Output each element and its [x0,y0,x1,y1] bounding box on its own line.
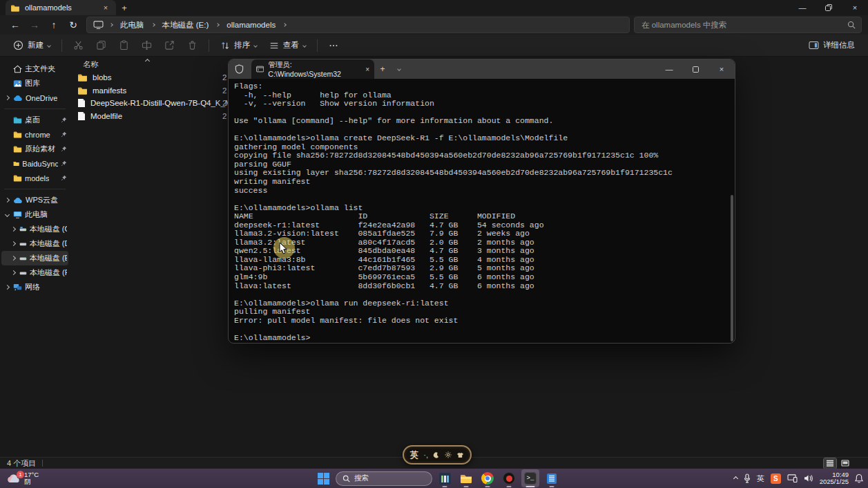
terminal-minimize-button[interactable]: — [656,59,682,79]
more-options-button[interactable] [322,37,345,55]
sidebar-item-onedrive[interactable]: OneDrive [1,91,68,105]
sidebar-item-chrome[interactable]: chrome [1,127,68,142]
sidebar-item-drive-d[interactable]: 本地磁盘 (D:) [1,236,68,251]
expand-chevron-icon[interactable] [11,270,16,275]
sidebar-item-this-pc[interactable]: 此电脑 [1,207,68,222]
explorer-command-bar: 新建 排序 查看 [0,35,868,57]
new-button[interactable]: 新建 [7,37,57,55]
new-button-label: 新建 [28,40,44,50]
breadcrumb-separator-icon [151,23,155,27]
sort-button[interactable]: 排序 [214,37,263,55]
sidebar-item-drive-f[interactable]: 本地磁盘 (F:) [1,265,68,280]
breadcrumb-current-folder[interactable]: ollamamodels [225,20,277,30]
back-button[interactable]: ← [6,17,24,33]
folder-icon [10,4,20,12]
weather-widget[interactable]: 1 17°C 阴 [0,469,46,488]
sidebar-item-baidusyncdisk[interactable]: BaiduSyncdisk [1,156,68,171]
tab-close-icon[interactable]: × [100,2,111,13]
gallery-icon [13,79,22,88]
taskbar-search-box[interactable]: 搜索 [336,471,432,486]
breadcrumb[interactable]: 此电脑 本地磁盘 (E:) ollamamodels [86,17,630,33]
ime-settings-gear-icon[interactable] [445,451,452,458]
sidebar-item-network[interactable]: 网络 [1,280,68,294]
details-view-toggle[interactable] [824,458,836,469]
terminal-maximize-button[interactable] [682,59,708,79]
details-pane-button[interactable]: 详细信息 [802,37,861,55]
cast-device-icon[interactable] [787,474,798,482]
toolbar-divider [61,39,62,52]
modified-column-partial: 2 [222,99,226,107]
forward-button[interactable]: → [26,17,44,33]
sidebar-item-drive-c[interactable]: 本地磁盘 (C:) [1,222,68,236]
details-pane-icon [809,41,819,50]
explorer-address-bar: ← → ↑ ↻ 此电脑 本地磁盘 (E:) ollamamodels [0,15,868,35]
breadcrumb-drive-e[interactable]: 本地磁盘 (E:) [161,19,211,31]
expand-chevron-icon[interactable] [11,241,16,246]
cut-button[interactable] [67,37,90,55]
taskbar-app-screen-recorder[interactable] [500,469,518,487]
ime-toolbar[interactable]: 英 ·, [403,445,472,464]
new-tab-button[interactable]: + [116,1,133,15]
sidebar-item-label: WPS云盘 [26,195,58,205]
collapse-chevron-icon[interactable] [5,212,10,217]
tray-ime-indicator[interactable]: 英 [757,473,764,484]
speaker-icon[interactable] [804,474,813,482]
expand-chevron-icon[interactable] [11,256,16,261]
taskbar-app-notebook[interactable] [543,469,561,487]
refresh-button[interactable]: ↻ [64,17,82,33]
sidebar-item-label: 原始素材 [25,144,55,154]
ime-skin-icon[interactable] [456,452,464,458]
thumbnail-view-toggle[interactable] [839,458,851,469]
terminal-scrollbar-thumb[interactable] [731,195,733,341]
sidebar-item-desktop[interactable]: 桌面 [1,113,68,127]
taskbar-clock[interactable]: 10:49 2025/1/25 [820,471,849,486]
terminal-tab-dropdown-button[interactable] [391,61,407,77]
explorer-tab[interactable]: ollamamodels × [6,0,116,15]
sidebar-item-drive-e[interactable]: 本地磁盘 (E:) [1,251,68,265]
start-button[interactable] [314,469,332,487]
terminal-content[interactable]: Flags: -h, --help help for ollama -v, --… [229,79,735,344]
terminal-new-tab-button[interactable]: + [374,61,391,77]
sidebar-item-gallery[interactable]: 图库 [1,76,68,91]
taskbar-app-terminal[interactable]: >_ [521,469,539,487]
taskbar-app-grid-utility[interactable] [436,469,454,487]
expand-chevron-icon[interactable] [5,285,10,290]
ime-halfwidth-moon-icon[interactable] [433,452,439,458]
tray-overflow-chevron-icon[interactable] [733,476,738,480]
rename-button[interactable] [135,37,158,55]
taskbar-app-chrome[interactable] [479,469,496,487]
search-input[interactable] [640,20,847,30]
expand-chevron-icon[interactable] [5,95,10,100]
name-column-label: 名称 [83,59,99,70]
terminal-tab[interactable]: 管理员: C:\Windows\System32 × [251,59,374,79]
terminal-close-button[interactable]: × [708,59,735,79]
terminal-tab-close-icon[interactable]: × [365,66,369,73]
share-button[interactable] [158,37,181,55]
minimize-button[interactable]: — [789,0,816,15]
copy-button[interactable] [90,37,113,55]
ime-language-mode[interactable]: 英 [410,449,418,461]
sogou-input-icon[interactable]: S [771,473,781,484]
chevron-down-icon [302,44,307,48]
sidebar-item-raw-materials[interactable]: 原始素材 [1,142,68,156]
delete-button[interactable] [181,37,204,55]
sidebar-item-models[interactable]: models [1,171,68,185]
expand-chevron-icon[interactable] [11,227,16,232]
notification-bell-icon[interactable] [855,473,863,483]
taskbar-app-file-explorer[interactable] [457,469,475,487]
console-icon [256,66,264,73]
breadcrumb-this-pc[interactable]: 此电脑 [119,19,146,31]
up-button[interactable]: ↑ [45,17,63,33]
paste-button[interactable] [113,37,135,55]
microphone-icon[interactable] [744,473,751,483]
ime-punctuation-icon[interactable]: ·, [423,451,428,459]
sidebar-item-wps-cloud[interactable]: WPS云盘 [1,193,68,207]
close-button[interactable]: × [842,0,868,15]
expand-chevron-icon[interactable] [5,198,10,203]
terminal-title-bar[interactable]: 管理员: C:\Windows\System32 × + — × [229,59,735,79]
restore-button[interactable] [816,0,842,15]
explorer-search-box[interactable] [634,17,862,33]
view-button[interactable]: 查看 [263,37,312,55]
rename-icon [142,40,152,50]
sidebar-item-home[interactable]: 主文件夹 [1,62,68,76]
